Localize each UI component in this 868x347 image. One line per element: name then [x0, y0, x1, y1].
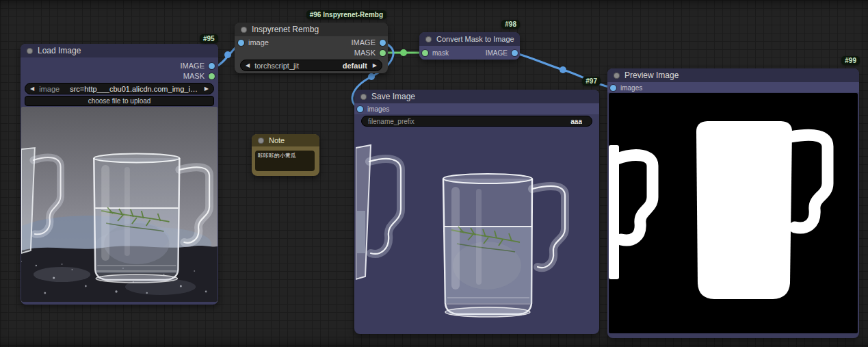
image-port-dot[interactable]: [610, 85, 616, 91]
node-title: Inspyrenet Rembg: [252, 25, 319, 34]
node-note[interactable]: Note 咔咔咔的小黄瓜: [252, 134, 319, 176]
input-image[interactable]: image: [238, 38, 269, 47]
node-title: Load Image: [38, 46, 81, 55]
link-midpoint-dot: [400, 49, 407, 56]
preview-mask-image: [609, 93, 858, 333]
image-port-dot[interactable]: [512, 50, 518, 56]
node-convert-mask-to-image[interactable]: Convert Mask to Image mask IMAGE: [419, 32, 520, 60]
photo-glass-mug: [21, 107, 218, 302]
node-id-badge-save: #97: [582, 77, 601, 86]
image-port-dot[interactable]: [209, 63, 215, 69]
link-midpoint-dot: [560, 66, 566, 73]
input-images[interactable]: images: [610, 84, 642, 92]
combo-value: src=http___cbu01.alicdn.com_img_ibank_20…: [64, 85, 199, 93]
port-label: images: [620, 84, 642, 92]
note-text-area[interactable]: 咔咔咔的小黄瓜: [255, 151, 315, 171]
node-note-header[interactable]: Note: [252, 134, 319, 146]
node-preview-image[interactable]: Preview Image images: [607, 68, 859, 338]
combo-label: image: [39, 85, 60, 93]
port-label: IMAGE: [486, 49, 508, 57]
input-images[interactable]: images: [357, 105, 389, 113]
node-load-image[interactable]: Load Image IMAGE MASK ◀ image src=http__…: [21, 44, 218, 305]
port-label: IMAGE: [352, 38, 376, 47]
image-port-dot[interactable]: [238, 40, 244, 46]
torchscript-jit-widget[interactable]: ◀ torchscript_jit default ▶: [240, 60, 382, 71]
save-input-band: [354, 103, 599, 114]
load-image-preview: [21, 107, 218, 302]
widget-label: filename_prefix: [368, 118, 415, 125]
node-id-badge-preview: #99: [841, 56, 860, 65]
output-image[interactable]: IMAGE: [352, 38, 386, 47]
input-mask[interactable]: mask: [422, 49, 449, 57]
port-label: MASK: [183, 72, 205, 80]
image-port-dot[interactable]: [357, 106, 363, 112]
output-image[interactable]: IMAGE: [181, 62, 215, 70]
node-id-badge-convert: #98: [501, 20, 520, 29]
port-label: image: [248, 38, 269, 47]
combo-prev-icon[interactable]: ◀: [30, 86, 34, 92]
combo-next-icon[interactable]: ▶: [205, 86, 209, 92]
choose-file-button[interactable]: choose file to upload: [25, 96, 214, 106]
output-mask[interactable]: MASK: [183, 72, 215, 80]
node-title: Note: [269, 136, 285, 144]
node-convert-header[interactable]: Convert Mask to Image: [419, 32, 520, 46]
combo-value: default: [337, 62, 367, 70]
save-image-preview: [356, 129, 598, 330]
node-save-header[interactable]: Save Image: [354, 90, 599, 103]
collapse-dot-icon[interactable]: [241, 27, 247, 33]
preview-input-band: [607, 82, 859, 92]
node-inspyrenet-header[interactable]: Inspyrenet Rembg: [235, 23, 388, 36]
collapse-dot-icon[interactable]: [27, 48, 33, 54]
port-label: images: [367, 105, 389, 113]
mask-port-dot[interactable]: [209, 73, 215, 79]
output-mask[interactable]: MASK: [354, 49, 386, 57]
combo-next-icon[interactable]: ▶: [373, 63, 377, 68]
mask-image: [609, 93, 858, 333]
collapse-dot-icon[interactable]: [258, 138, 264, 144]
output-image[interactable]: IMAGE: [486, 49, 518, 57]
mask-port-dot[interactable]: [422, 50, 428, 56]
port-label: mask: [432, 49, 449, 57]
node-graph-canvas[interactable]: Load Image IMAGE MASK ◀ image src=http__…: [0, 0, 868, 347]
image-port-dot[interactable]: [380, 40, 386, 46]
cutout-mug-image: [356, 129, 598, 330]
port-label: IMAGE: [181, 62, 205, 70]
mask-port-dot[interactable]: [380, 50, 386, 56]
node-preview-header[interactable]: Preview Image: [607, 68, 859, 82]
node-save-image[interactable]: Save Image images filename_prefix aaa: [354, 90, 599, 334]
port-label: MASK: [354, 49, 376, 57]
widget-value: aaa: [565, 118, 582, 125]
combo-prev-icon[interactable]: ◀: [246, 63, 250, 68]
node-id-badge-rembg: #96 Inspyrenet-Rembg: [306, 10, 386, 19]
link-midpoint-dot: [368, 73, 375, 80]
node-load-image-header[interactable]: Load Image: [21, 44, 218, 57]
collapse-dot-icon[interactable]: [425, 36, 432, 42]
collapse-dot-icon[interactable]: [360, 94, 367, 100]
image-combo-widget[interactable]: ◀ image src=http___cbu01.alicdn.com_img_…: [25, 83, 214, 94]
node-inspyrenet-rembg[interactable]: Inspyrenet Rembg image IMAGE MASK ◀ torc…: [235, 23, 388, 73]
collapse-dot-icon[interactable]: [614, 73, 620, 79]
combo-label: torchscript_jit: [254, 62, 299, 70]
node-title: Convert Mask to Image: [436, 35, 514, 43]
filename-prefix-widget[interactable]: filename_prefix aaa: [361, 116, 592, 127]
link-midpoint-dot: [224, 51, 231, 58]
node-title: Save Image: [371, 92, 415, 101]
node-id-badge-load: #95: [200, 34, 218, 43]
node-title: Preview Image: [624, 70, 679, 80]
